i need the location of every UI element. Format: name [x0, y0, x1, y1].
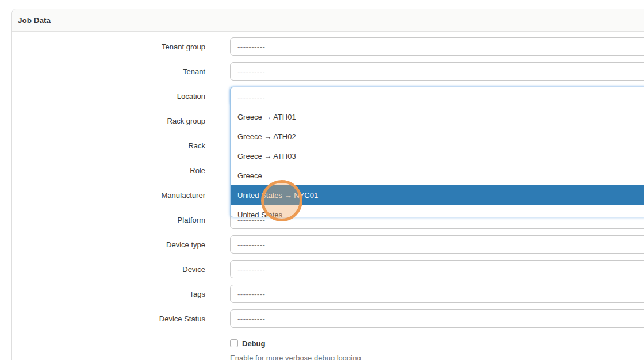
- form-row-tags: Tags ----------: [12, 285, 644, 303]
- location-option-united-states-nyc01[interactable]: United States → NYC01: [231, 185, 644, 205]
- tags-select[interactable]: ----------: [230, 285, 644, 303]
- form-row-tenant-group: Tenant group ----------: [12, 37, 644, 56]
- device-label: Device: [12, 260, 205, 278]
- tenant-placeholder: ----------: [237, 67, 265, 76]
- tags-label: Tags: [12, 285, 205, 303]
- debug-checkbox-label: Debug: [242, 339, 265, 348]
- device-type-label: Device type: [12, 235, 205, 254]
- card-title: Job Data: [18, 16, 51, 25]
- form-row-device-status: Device Status ----------: [12, 309, 644, 328]
- device-status-placeholder: ----------: [237, 315, 265, 323]
- device-status-label: Device Status: [12, 309, 205, 328]
- debug-help-text: Enable for more verbose debug logging: [230, 354, 361, 360]
- tags-placeholder: ----------: [237, 290, 265, 298]
- page: Job Data Tenant group ---------- Tenant …: [0, 0, 644, 360]
- location-option-greece-ath01[interactable]: Greece → ATH01: [231, 107, 644, 127]
- location-option-greece-ath03[interactable]: Greece → ATH03: [231, 146, 644, 166]
- location-option-greece[interactable]: Greece: [231, 166, 644, 185]
- form-row-device: Device ----------: [12, 260, 644, 278]
- form-row-tenant: Tenant ----------: [12, 62, 644, 81]
- platform-label: Platform: [12, 210, 205, 229]
- device-type-placeholder: ----------: [237, 240, 265, 249]
- rack-group-label: Rack group: [12, 112, 205, 130]
- tenant-label: Tenant: [12, 62, 205, 81]
- location-option-united-states[interactable]: United States: [231, 205, 644, 217]
- role-label: Role: [12, 161, 205, 179]
- form-row-device-type: Device type ----------: [12, 235, 644, 254]
- debug-checkbox-row: Debug: [230, 339, 265, 348]
- rack-label: Rack: [12, 136, 205, 155]
- location-dropdown-placeholder-option[interactable]: ----------: [231, 87, 644, 107]
- location-dropdown: ---------- Greece → ATH01 Greece → ATH02…: [230, 87, 644, 217]
- tenant-select[interactable]: ----------: [230, 62, 644, 81]
- manufacturer-label: Manufacturer: [12, 186, 205, 204]
- device-placeholder: ----------: [237, 265, 265, 274]
- debug-checkbox[interactable]: [230, 339, 238, 347]
- location-label: Location: [12, 87, 205, 105]
- tenant-group-placeholder: ----------: [237, 43, 265, 51]
- device-status-select[interactable]: ----------: [230, 309, 644, 328]
- card-header: Job Data: [12, 9, 644, 32]
- tenant-group-label: Tenant group: [12, 37, 205, 56]
- device-type-select[interactable]: ----------: [230, 235, 644, 254]
- device-select[interactable]: ----------: [230, 260, 644, 278]
- tenant-group-select[interactable]: ----------: [230, 37, 644, 56]
- location-option-greece-ath02[interactable]: Greece → ATH02: [231, 127, 644, 146]
